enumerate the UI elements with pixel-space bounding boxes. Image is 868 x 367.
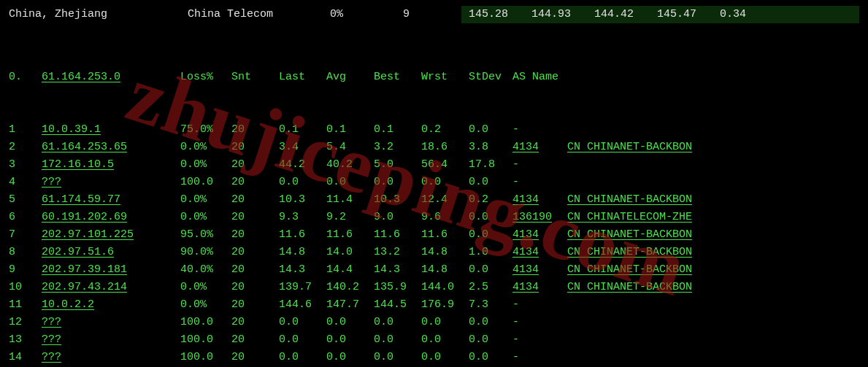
hop-idx: 12 (9, 314, 42, 331)
hop-as: - (512, 349, 567, 366)
hop-wrst: 0.0 (421, 331, 469, 349)
hop-as: - (512, 156, 567, 174)
hop-best: 135.9 (374, 279, 421, 296)
hop-idx: 5 (9, 191, 42, 209)
hop-snt: 20 (231, 296, 279, 314)
hop-host: 10.0.2.2 (42, 296, 180, 314)
hop-wrst: 18.6 (421, 139, 469, 156)
hop-row: 561.174.59.770.0%2010.311.410.312.40.241… (9, 191, 859, 209)
hop-snt: 20 (231, 331, 279, 349)
hop-best: 14.3 (374, 261, 421, 279)
hop-snt: 20 (231, 139, 279, 156)
metric-0: 145.28 (464, 6, 527, 23)
hop-name (567, 156, 859, 174)
hop-idx: 1 (9, 121, 42, 139)
hop-stdev: 1.0 (469, 244, 512, 261)
hop-row: 4???100.0200.00.00.00.00.0- (9, 174, 859, 191)
hop-as: 136190 (512, 209, 567, 226)
hop-name: CN CHINANET-BACKBON (567, 226, 859, 244)
hop-name: CN CHINANET-BACKBON (567, 261, 859, 279)
hop-snt: 20 (231, 314, 279, 331)
hdr-avg: Avg (326, 69, 374, 86)
hop-as: 4134 (512, 279, 567, 296)
hop-host: 10.0.39.1 (42, 121, 180, 139)
hop-host: 60.191.202.69 (42, 209, 180, 226)
hop-loss: 0.0% (180, 296, 231, 314)
hop-host: ??? (42, 349, 180, 366)
hop-snt: 20 (231, 121, 279, 139)
hop-wrst: 56.4 (421, 156, 469, 174)
metric-2: 144.42 (590, 6, 653, 23)
hop-name: CN CHINANET-BACKBON (567, 139, 859, 156)
hop-idx: 10 (9, 279, 42, 296)
hdr-wrst: Wrst (421, 69, 469, 86)
hop-host: 61.164.253.65 (42, 139, 180, 156)
hop-wrst: 0.0 (421, 314, 469, 331)
hop-stdev: 3.8 (469, 139, 512, 156)
hop-host: ??? (42, 314, 180, 331)
location: China, Zhejiang (9, 6, 188, 23)
hop-stdev: 0.0 (469, 209, 512, 226)
hop-idx: 13 (9, 331, 42, 349)
mtr-table: 0. 61.164.253.0 Loss% Snt Last Avg Best … (9, 34, 859, 367)
hop-loss: 40.0% (180, 261, 231, 279)
hop-row: 261.164.253.650.0%203.45.43.218.63.84134… (9, 139, 859, 156)
hop-wrst: 11.6 (421, 226, 469, 244)
hop-last: 0.0 (279, 331, 326, 349)
hop-row: 9202.97.39.18140.0%2014.314.414.314.80.0… (9, 261, 859, 279)
hop-name: CN CHINATELECOM-ZHE (567, 209, 859, 226)
hop-avg: 0.0 (326, 314, 374, 331)
hop-avg: 11.6 (326, 226, 374, 244)
hdr-loss: Loss% (180, 69, 231, 86)
hop-avg: 0.0 (326, 349, 374, 366)
hop-row: 7202.97.101.22595.0%2011.611.611.611.60.… (9, 226, 859, 244)
loss-percent: 0% (330, 6, 403, 23)
hop-loss: 100.0 (180, 174, 231, 191)
count: 9 (403, 6, 461, 23)
hop-as: 4134 (512, 244, 567, 261)
hop-best: 0.0 (374, 174, 421, 191)
hop-snt: 20 (231, 349, 279, 366)
hop-stdev: 7.3 (469, 296, 512, 314)
hop-loss: 0.0% (180, 156, 231, 174)
hop-best: 0.0 (374, 331, 421, 349)
hop-name (567, 349, 859, 366)
hop-avg: 40.2 (326, 156, 374, 174)
metric-4: 0.34 (715, 6, 778, 23)
hop-host: ??? (42, 331, 180, 349)
hop-idx: 6 (9, 209, 42, 226)
hop-avg: 147.7 (326, 296, 374, 314)
mtr-header-row: 0. 61.164.253.0 Loss% Snt Last Avg Best … (9, 69, 859, 86)
hop-as: - (512, 314, 567, 331)
hop-avg: 0.0 (326, 174, 374, 191)
hop-host: 202.97.51.6 (42, 244, 180, 261)
hop-as: 4134 (512, 226, 567, 244)
hop-stdev: 0.0 (469, 314, 512, 331)
hop-best: 5.0 (374, 156, 421, 174)
hop-wrst: 144.0 (421, 279, 469, 296)
hop-last: 0.0 (279, 314, 326, 331)
hop-wrst: 0.0 (421, 174, 469, 191)
hop-name (567, 314, 859, 331)
hop-idx: 8 (9, 244, 42, 261)
hop-wrst: 14.8 (421, 261, 469, 279)
hop-loss: 95.0% (180, 226, 231, 244)
hop-stdev: 0.2 (469, 191, 512, 209)
hop-idx: 11 (9, 296, 42, 314)
hop-last: 0.0 (279, 174, 326, 191)
hop-idx: 9 (9, 261, 42, 279)
hop-host: 202.97.43.214 (42, 279, 180, 296)
hdr-stdev: StDev (469, 69, 512, 86)
hop-last: 0.0 (279, 349, 326, 366)
hop-row: 660.191.202.690.0%209.39.29.09.60.013619… (9, 209, 859, 226)
hop-avg: 0.0 (326, 331, 374, 349)
hop-as: 4134 (512, 139, 567, 156)
metric-1: 144.93 (527, 6, 590, 23)
hop-last: 3.4 (279, 139, 326, 156)
hop-as: - (512, 331, 567, 349)
hop-name (567, 296, 859, 314)
hop-loss: 100.0 (180, 331, 231, 349)
hop-avg: 5.4 (326, 139, 374, 156)
hop-best: 11.6 (374, 226, 421, 244)
hop-as: - (512, 296, 567, 314)
